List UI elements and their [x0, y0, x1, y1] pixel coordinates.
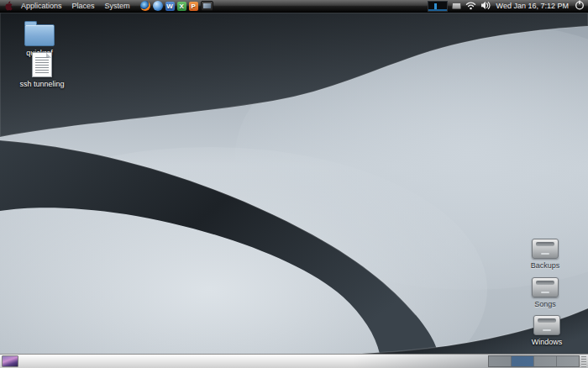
workspace-switcher — [488, 355, 580, 367]
hard-disk-icon — [532, 277, 559, 297]
volume-icon[interactable] — [480, 1, 491, 12]
web-browser-launcher-icon[interactable] — [153, 1, 163, 11]
clock-applet[interactable]: Wed Jan 16, 7:12 PM — [495, 2, 570, 10]
word-launcher-icon[interactable]: W — [165, 2, 175, 11]
display-launcher-icon[interactable] — [201, 1, 213, 11]
workspace-4[interactable] — [557, 356, 579, 366]
show-desktop-button[interactable] — [2, 355, 18, 367]
tray-indicator-icon[interactable] — [452, 3, 461, 9]
hard-disk-icon — [532, 239, 559, 259]
desktop-icon-songs[interactable]: Songs — [518, 277, 572, 308]
hard-disk-icon — [533, 315, 560, 335]
desktop-icon-windows[interactable]: Windows — [520, 315, 574, 346]
top-panel: Applications Places System W X P — [0, 0, 588, 13]
menu-system[interactable]: System — [100, 0, 135, 13]
panel-launchers: W X P — [140, 1, 213, 11]
text-file-icon — [32, 52, 52, 77]
desktop-screen: Applications Places System W X P — [0, 0, 588, 368]
workspace-2-active[interactable] — [512, 356, 534, 366]
menu-places[interactable]: Places — [67, 0, 100, 13]
icon-label: Songs — [534, 300, 556, 308]
desktop-icon-ssh-tunneling[interactable]: ssh tunneling — [13, 52, 71, 88]
wifi-icon[interactable] — [465, 1, 476, 12]
icon-label: Windows — [532, 338, 563, 346]
bottom-panel — [0, 354, 588, 368]
distro-menu-apple-icon[interactable] — [4, 1, 13, 11]
wallpaper-art — [0, 13, 588, 354]
icon-label: ssh tunneling — [19, 80, 64, 88]
workspace-1[interactable] — [489, 356, 512, 366]
icon-label: Backups — [531, 261, 560, 270]
powerpoint-launcher-icon[interactable]: P — [189, 2, 198, 11]
panel-drag-handle-icon[interactable] — [581, 356, 586, 367]
system-tray: Wed Jan 16, 7:12 PM — [428, 0, 585, 12]
folder-icon — [24, 24, 55, 46]
workspace-3[interactable] — [534, 356, 557, 366]
excel-launcher-icon[interactable]: X — [177, 2, 186, 11]
wallpaper — [0, 13, 588, 354]
system-monitor-applet[interactable] — [428, 1, 448, 12]
shutdown-icon[interactable] — [575, 0, 585, 12]
firefox-launcher-icon[interactable] — [140, 1, 150, 11]
desktop-icon-backups[interactable]: Backups — [518, 239, 572, 270]
menu-applications[interactable]: Applications — [16, 0, 67, 13]
